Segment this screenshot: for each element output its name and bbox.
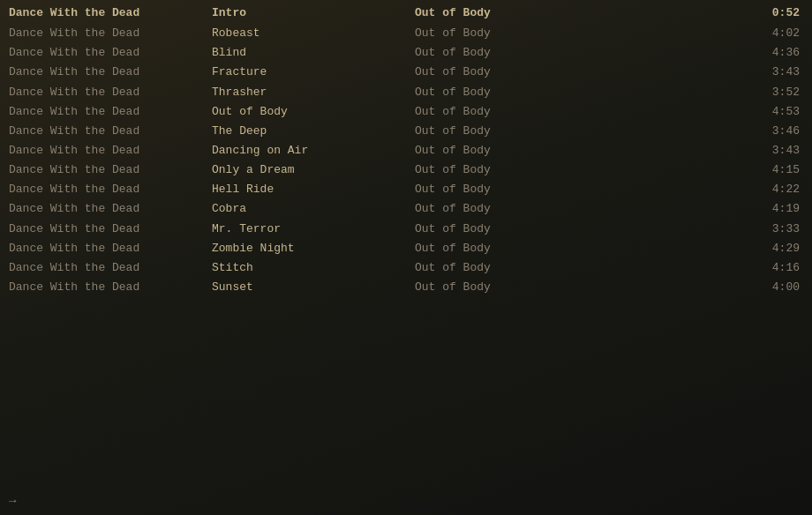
track-artist: Dance With the Dead	[9, 63, 212, 81]
header-artist: Dance With the Dead	[9, 4, 212, 22]
track-title: Blind	[212, 44, 415, 62]
table-row[interactable]: Dance With the DeadZombie NightOut of Bo…	[0, 239, 812, 258]
header-duration: 0:52	[556, 4, 800, 22]
track-artist: Dance With the Dead	[9, 200, 212, 218]
table-row[interactable]: Dance With the DeadFractureOut of Body3:…	[0, 63, 812, 82]
track-artist: Dance With the Dead	[9, 240, 212, 258]
track-title: Fracture	[212, 63, 415, 81]
track-duration: 4:16	[556, 259, 800, 277]
table-row[interactable]: Dance With the DeadMr. TerrorOut of Body…	[0, 220, 812, 239]
track-artist: Dance With the Dead	[9, 259, 212, 277]
table-row[interactable]: Dance With the DeadCobraOut of Body4:19	[0, 199, 812, 219]
table-row[interactable]: Dance With the DeadThe DeepOut of Body3:…	[0, 122, 812, 141]
track-artist: Dance With the Dead	[9, 220, 212, 238]
track-duration: 4:02	[556, 25, 800, 42]
track-album: Out of Body	[415, 240, 556, 258]
table-row[interactable]: Dance With the DeadStitchOut of Body4:16	[0, 258, 812, 278]
track-artist: Dance With the Dead	[9, 279, 212, 296]
table-row[interactable]: Dance With the DeadRobeastOut of Body4:0…	[0, 24, 812, 43]
track-title: The Deep	[212, 123, 415, 140]
track-title: Dancing on Air	[212, 142, 415, 160]
track-title: Stitch	[212, 259, 415, 277]
track-list-header: Dance With the Dead Intro Out of Body 0:…	[0, 4, 812, 24]
track-duration: 4:29	[556, 240, 800, 258]
track-artist: Dance With the Dead	[9, 123, 212, 140]
header-album: Out of Body	[415, 4, 556, 22]
track-album: Out of Body	[415, 259, 556, 277]
track-album: Out of Body	[415, 84, 556, 101]
track-list: Dance With the Dead Intro Out of Body 0:…	[0, 0, 812, 301]
track-album: Out of Body	[415, 63, 556, 81]
track-duration: 4:19	[556, 200, 800, 218]
track-duration: 3:43	[556, 142, 800, 160]
track-album: Out of Body	[415, 103, 556, 121]
track-duration: 3:43	[556, 63, 800, 81]
track-title: Thrasher	[212, 84, 415, 101]
track-album: Out of Body	[415, 200, 556, 218]
track-artist: Dance With the Dead	[9, 25, 212, 42]
track-album: Out of Body	[415, 220, 556, 238]
track-artist: Dance With the Dead	[9, 84, 212, 101]
track-album: Out of Body	[415, 161, 556, 179]
track-duration: 4:22	[556, 181, 800, 198]
table-row[interactable]: Dance With the DeadOnly a DreamOut of Bo…	[0, 160, 812, 180]
bottom-arrow-icon: →	[9, 494, 16, 508]
table-row[interactable]: Dance With the DeadThrasherOut of Body3:…	[0, 83, 812, 102]
track-album: Out of Body	[415, 142, 556, 160]
table-row[interactable]: Dance With the DeadOut of BodyOut of Bod…	[0, 102, 812, 122]
header-title: Intro	[212, 4, 415, 22]
track-artist: Dance With the Dead	[9, 103, 212, 121]
track-duration: 3:52	[556, 84, 800, 101]
track-album: Out of Body	[415, 25, 556, 42]
track-title: Robeast	[212, 25, 415, 42]
table-row[interactable]: Dance With the DeadSunsetOut of Body4:00	[0, 278, 812, 297]
table-row[interactable]: Dance With the DeadHell RideOut of Body4…	[0, 180, 812, 199]
track-album: Out of Body	[415, 123, 556, 140]
track-artist: Dance With the Dead	[9, 161, 212, 179]
track-title: Out of Body	[212, 103, 415, 121]
track-album: Out of Body	[415, 181, 556, 198]
track-duration: 3:46	[556, 123, 800, 140]
track-artist: Dance With the Dead	[9, 181, 212, 198]
track-duration: 3:33	[556, 220, 800, 238]
track-album: Out of Body	[415, 44, 556, 62]
track-title: Hell Ride	[212, 181, 415, 198]
track-title: Cobra	[212, 200, 415, 218]
track-artist: Dance With the Dead	[9, 44, 212, 62]
track-duration: 4:15	[556, 161, 800, 179]
track-title: Sunset	[212, 279, 415, 296]
track-title: Only a Dream	[212, 161, 415, 179]
track-album: Out of Body	[415, 279, 556, 296]
track-title: Mr. Terror	[212, 220, 415, 238]
track-artist: Dance With the Dead	[9, 142, 212, 160]
table-row[interactable]: Dance With the DeadDancing on AirOut of …	[0, 141, 812, 160]
table-row[interactable]: Dance With the DeadBlindOut of Body4:36	[0, 43, 812, 63]
track-title: Zombie Night	[212, 240, 415, 258]
track-duration: 4:36	[556, 44, 800, 62]
track-duration: 4:53	[556, 103, 800, 121]
track-duration: 4:00	[556, 279, 800, 296]
